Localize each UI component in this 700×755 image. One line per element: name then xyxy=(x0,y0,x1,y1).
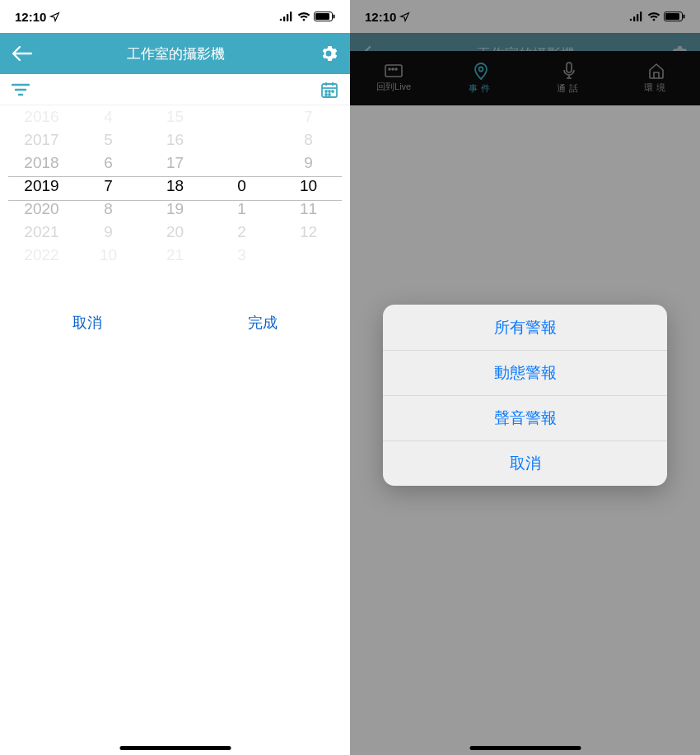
picker-cell: 10 xyxy=(275,175,342,198)
picker-cell: 7 xyxy=(75,175,142,198)
picker-cell: 8 xyxy=(275,128,342,151)
svg-rect-3 xyxy=(290,12,292,21)
picker-cell: 19 xyxy=(142,198,208,221)
svg-point-15 xyxy=(329,91,330,92)
page-title: 工作室的攝影機 xyxy=(33,44,319,63)
action-sheet: 所有警報動態警報聲音警報取消 xyxy=(383,305,667,486)
picker-cell: 10 xyxy=(75,244,142,267)
signal-icon xyxy=(279,12,294,21)
picker-cell: 17 xyxy=(142,151,208,175)
picker-cell xyxy=(208,151,275,175)
svg-point-17 xyxy=(325,94,327,96)
picker-cell: 20 xyxy=(142,221,208,244)
gear-icon[interactable] xyxy=(319,44,338,63)
picker-col-minute[interactable]: 789101112 xyxy=(275,105,342,272)
svg-point-18 xyxy=(329,94,330,96)
phone-left: 12:10 工作室的攝影機 20162017201820192020202120… xyxy=(0,0,350,755)
home-indicator[interactable] xyxy=(119,746,231,750)
picker-cell: 16 xyxy=(142,128,208,151)
location-icon xyxy=(49,12,60,22)
filter-bar xyxy=(0,74,350,105)
picker-cell: 12 xyxy=(275,221,342,244)
picker-cell xyxy=(275,244,342,267)
svg-point-16 xyxy=(332,91,334,92)
battery-icon xyxy=(314,12,335,21)
status-time: 12:10 xyxy=(15,10,46,24)
picker-cell: 5 xyxy=(75,128,142,151)
picker-cell: 8 xyxy=(75,198,142,221)
picker-cell xyxy=(208,105,275,128)
picker-col-day[interactable]: 15161718192021 xyxy=(142,105,208,272)
action-sheet-option[interactable]: 動態警報 xyxy=(383,350,667,395)
phone-right: 12:10 工作室的攝影機 聲音警報23:50 xyxy=(350,0,700,755)
picker-cell: 0 xyxy=(208,175,275,198)
picker-cell: 15 xyxy=(142,105,208,128)
svg-point-0 xyxy=(280,19,282,21)
wifi-icon xyxy=(297,12,310,21)
datetime-picker[interactable]: 2016201720182019202020212022456789101516… xyxy=(8,105,342,272)
picker-actions: 取消 完成 xyxy=(0,313,350,333)
picker-col-year[interactable]: 2016201720182019202020212022 xyxy=(8,105,75,272)
home-indicator[interactable] xyxy=(469,746,581,750)
picker-cell: 2021 xyxy=(8,221,75,244)
picker-cell: 21 xyxy=(142,244,208,267)
svg-point-14 xyxy=(325,91,327,92)
done-button[interactable]: 完成 xyxy=(248,313,278,333)
picker-cell: 2016 xyxy=(8,105,75,128)
picker-col-month[interactable]: 45678910 xyxy=(75,105,142,272)
action-sheet-cancel[interactable]: 取消 xyxy=(383,440,667,486)
cancel-button[interactable]: 取消 xyxy=(72,313,102,333)
picker-cell: 11 xyxy=(275,198,342,221)
picker-cell: 6 xyxy=(75,151,142,175)
picker-cell xyxy=(208,128,275,151)
picker-cell: 2018 xyxy=(8,151,75,175)
calendar-icon[interactable] xyxy=(320,81,338,99)
picker-cell: 2022 xyxy=(8,244,75,267)
picker-col-hour[interactable]: 0123 xyxy=(208,105,275,272)
picker-cell: 3 xyxy=(208,244,275,267)
picker-cell: 9 xyxy=(275,151,342,175)
picker-cell: 18 xyxy=(142,175,208,198)
picker-cell: 4 xyxy=(75,105,142,128)
nav-header: 工作室的攝影機 xyxy=(0,33,350,74)
picker-cell: 2 xyxy=(208,221,275,244)
filter-icon[interactable] xyxy=(12,82,30,97)
svg-rect-5 xyxy=(315,13,329,20)
picker-cell: 9 xyxy=(75,221,142,244)
picker-cell: 2020 xyxy=(8,198,75,221)
action-sheet-option[interactable]: 聲音警報 xyxy=(383,395,667,440)
status-bar: 12:10 xyxy=(0,0,350,33)
svg-rect-2 xyxy=(287,14,288,21)
action-sheet-option[interactable]: 所有警報 xyxy=(383,305,667,350)
picker-cell: 2017 xyxy=(8,128,75,151)
picker-cell: 7 xyxy=(275,105,342,128)
picker-cell: 2019 xyxy=(8,175,75,198)
svg-rect-1 xyxy=(283,16,285,21)
svg-rect-6 xyxy=(334,15,335,19)
back-icon[interactable] xyxy=(12,44,33,63)
picker-cell: 1 xyxy=(208,198,275,221)
